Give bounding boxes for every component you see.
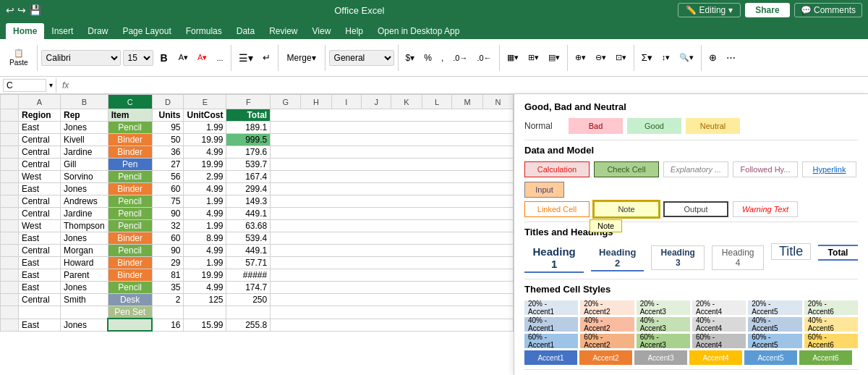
cell-total[interactable]: 999.5: [226, 134, 271, 146]
dec-increase-button[interactable]: .0→: [449, 51, 471, 64]
accent-20-4[interactable]: 20% - Accent4: [692, 300, 746, 315]
format-select[interactable]: General: [329, 50, 394, 66]
font-size-select[interactable]: 15: [123, 50, 153, 66]
screenshot-button[interactable]: ⊕: [705, 50, 720, 65]
delete-row-button[interactable]: ⊖▾: [592, 51, 610, 64]
followed-style-cell[interactable]: Followed Hy...: [733, 161, 798, 177]
accent-40-3[interactable]: 40% - Accent3: [637, 317, 690, 332]
tab-insert[interactable]: Insert: [44, 23, 80, 39]
col-header-g[interactable]: G: [271, 95, 301, 109]
good-style-cell[interactable]: Good: [627, 118, 681, 134]
tab-help[interactable]: Help: [338, 23, 370, 39]
more-toolbar-button[interactable]: ⋯: [723, 50, 739, 65]
accent-20-1[interactable]: 20% - Accent1: [524, 300, 578, 315]
cell-rep[interactable]: Jones: [61, 122, 109, 134]
accent-40-4[interactable]: 40% - Accent4: [692, 317, 746, 332]
output-style-cell[interactable]: Output: [663, 201, 728, 217]
font-color-button[interactable]: A▾: [194, 51, 210, 64]
name-box-dropdown-icon[interactable]: ▾: [49, 81, 53, 89]
wrap-button[interactable]: ↵: [259, 50, 274, 65]
cell-item[interactable]: Binder: [108, 134, 152, 146]
checkcell-style-cell[interactable]: Check Cell: [594, 161, 659, 177]
more-font-button[interactable]: ...: [213, 51, 226, 64]
accent-60-3[interactable]: 60% - Accent3: [637, 334, 690, 348]
bad-style-cell[interactable]: Bad: [569, 118, 623, 134]
dec-decrease-button[interactable]: .0←: [473, 51, 495, 64]
redo-icon[interactable]: ↪: [17, 4, 26, 16]
paste-button[interactable]: 📋Paste: [4, 46, 33, 69]
tab-view[interactable]: View: [305, 23, 339, 39]
explanatory-style-cell[interactable]: Explanatory ...: [663, 161, 728, 177]
cell-format-button[interactable]: ⊡▾: [612, 51, 630, 64]
comma-button[interactable]: ,: [438, 51, 447, 65]
cond-format-button[interactable]: ▦▾: [503, 51, 522, 64]
col-header-d[interactable]: D: [152, 95, 184, 109]
tab-draw[interactable]: Draw: [80, 23, 115, 39]
accent-solid-2[interactable]: Accent2: [579, 350, 632, 365]
accent-40-2[interactable]: 40% - Accent2: [580, 317, 634, 332]
tab-data[interactable]: Data: [229, 23, 262, 39]
col-header-i[interactable]: I: [331, 95, 361, 109]
cell-units[interactable]: 95: [152, 122, 184, 134]
cell-style-button[interactable]: ▤▾: [545, 51, 563, 64]
editing-button[interactable]: ✏️ Editing ▾: [678, 3, 741, 17]
accent-40-5[interactable]: 40% - Accent5: [748, 317, 801, 332]
h4-style-cell[interactable]: Heading 4: [712, 245, 764, 270]
linked-style-cell[interactable]: Linked Cell: [524, 201, 590, 217]
percent-button[interactable]: %: [420, 51, 435, 65]
accent-solid-3[interactable]: Accent3: [634, 350, 687, 365]
h2-style-cell[interactable]: Heading 2: [591, 245, 644, 271]
accent-40-1[interactable]: 40% - Accent1: [524, 317, 578, 332]
align-button[interactable]: ☰▾: [235, 50, 257, 66]
h1-style-cell[interactable]: Heading 1: [524, 244, 584, 273]
tab-page-layout[interactable]: Page Layout: [115, 23, 178, 39]
cell-unitcost[interactable]: 1.99: [184, 122, 226, 134]
font-select[interactable]: Calibri: [41, 50, 121, 66]
accent-60-2[interactable]: 60% - Accent2: [580, 334, 634, 348]
accent-20-3[interactable]: 20% - Accent3: [637, 300, 690, 315]
cell-region[interactable]: Central: [19, 134, 61, 146]
hyperlink-style-cell[interactable]: Hyperlink: [802, 161, 856, 177]
bold-button[interactable]: B: [156, 50, 173, 66]
accent-20-2[interactable]: 20% - Accent2: [580, 300, 634, 315]
accent-20-5[interactable]: 20% - Accent5: [748, 300, 801, 315]
cell-f-header[interactable]: Total: [226, 109, 271, 122]
accent-solid-1[interactable]: Accent1: [524, 350, 577, 365]
accent-solid-6[interactable]: Accent6: [799, 350, 852, 365]
col-header-l[interactable]: L: [422, 95, 452, 109]
col-header-h[interactable]: H: [301, 95, 331, 109]
fill-color-button[interactable]: A▾: [175, 51, 192, 64]
col-header-a[interactable]: A: [19, 95, 61, 109]
cell-item[interactable]: Pencil: [108, 122, 152, 134]
accent-60-4[interactable]: 60% - Accent4: [692, 334, 746, 348]
cell-b-header[interactable]: Rep: [61, 109, 109, 122]
col-header-j[interactable]: J: [361, 95, 391, 109]
col-header-e[interactable]: E: [184, 95, 226, 109]
h3-style-cell[interactable]: Heading 3: [651, 245, 705, 270]
share-button[interactable]: Share: [745, 3, 789, 17]
title-style-cell[interactable]: Title: [771, 243, 811, 260]
currency-button[interactable]: $▾: [402, 51, 419, 65]
col-header-c[interactable]: C: [108, 95, 152, 109]
cell-units[interactable]: 50: [152, 134, 184, 146]
tab-review[interactable]: Review: [262, 23, 305, 39]
calculation-style-cell[interactable]: Calculation: [524, 161, 590, 177]
tab-open-desktop[interactable]: Open in Desktop App: [370, 23, 467, 39]
search-button[interactable]: 🔍▾: [676, 51, 697, 64]
undo-icon[interactable]: ↩: [6, 4, 14, 16]
cell-rep[interactable]: Kivell: [61, 134, 109, 146]
col-header-n[interactable]: N: [482, 95, 513, 109]
cell-region[interactable]: East: [19, 122, 61, 134]
cell-c-header[interactable]: Item: [108, 109, 152, 122]
tab-formulas[interactable]: Formulas: [179, 23, 229, 39]
accent-solid-5[interactable]: Accent5: [744, 350, 797, 365]
merge-button[interactable]: Merge▾: [282, 51, 321, 65]
accent-60-1[interactable]: 60% - Accent1: [524, 334, 578, 348]
table-format-button[interactable]: ⊞▾: [524, 51, 542, 64]
accent-60-5[interactable]: 60% - Accent5: [748, 334, 801, 348]
cell-e-header[interactable]: UnitCost: [184, 109, 226, 122]
accent-60-6[interactable]: 60% - Accent6: [804, 334, 858, 348]
cell-total[interactable]: 189.1: [226, 122, 271, 134]
input-style-cell[interactable]: Input: [524, 182, 564, 198]
neutral-style-cell[interactable]: Neutral: [686, 118, 740, 134]
